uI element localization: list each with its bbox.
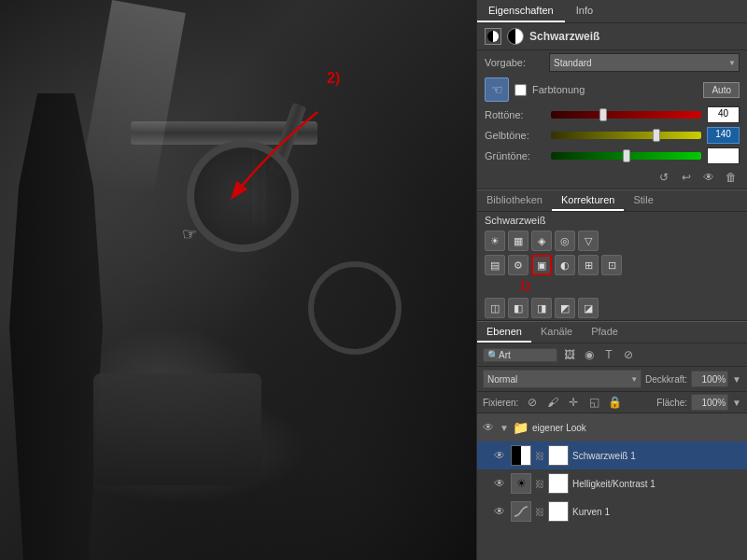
- vorgabe-label: Vorgabe:: [485, 57, 545, 68]
- corr-btn-vibrance[interactable]: ▽: [578, 231, 599, 251]
- layer-mask-2: [548, 473, 569, 494]
- canvas-image: ☞ 2): [0, 0, 476, 560]
- corrections-row-2: ▤ ⚙ ▣ 1) ◐ ⊞ ⊡: [477, 253, 747, 277]
- collapse-arrow[interactable]: ▼: [500, 423, 509, 433]
- layer-icon-1[interactable]: 🖼: [561, 346, 578, 363]
- flaeche-input[interactable]: [691, 394, 728, 411]
- layer-list: 👁 ▼ 📁 eigener Look 👁 ⛓ Schwarzweiß 1 👁 ☀…: [477, 413, 747, 560]
- layer-link-3: ⛓: [535, 507, 544, 517]
- rottoene-slider[interactable]: [551, 111, 701, 119]
- lock-artboard-icon[interactable]: ◱: [585, 394, 602, 411]
- lock-position-icon[interactable]: ✛: [565, 394, 582, 411]
- gelbtoene-value[interactable]: 140: [707, 127, 740, 144]
- gruentoene-thumb[interactable]: [623, 149, 630, 162]
- farbtonung-row: ☜ Farbtonung Auto: [477, 75, 747, 105]
- tab-pfade[interactable]: Pfade: [582, 322, 627, 343]
- bw-btn-icon: ▣: [537, 259, 546, 272]
- farbtonung-checkbox[interactable]: [514, 84, 527, 96]
- search-input[interactable]: [499, 350, 545, 360]
- gelbtoene-row: Gelbtöne: 140: [477, 125, 747, 146]
- corrections-row-1: ☀ ▦ ◈ ◎ ▽: [477, 229, 747, 253]
- opacity-arrow: ▼: [732, 374, 741, 385]
- corr-btn-solidcolor[interactable]: ◪: [578, 298, 599, 318]
- visibility-icon[interactable]: 👁: [700, 169, 717, 186]
- corr-btn-bw[interactable]: ▣ 1): [531, 255, 552, 275]
- top-tabs: Eigenschaften Info: [477, 0, 747, 23]
- layer-thumb-bw: [511, 445, 531, 466]
- eye-icon-layer3[interactable]: 👁: [492, 504, 507, 519]
- layer-icon-3[interactable]: T: [600, 346, 617, 363]
- blend-opacity-row: Normal ▼ Deckkraft: ▼: [477, 367, 747, 392]
- folder-icon: 📁: [513, 420, 529, 435]
- tab-bibliotheken[interactable]: Bibliotheken: [477, 190, 552, 211]
- layer-link-2: ⛓: [535, 479, 544, 489]
- blend-select-wrapper: Normal ▼: [483, 370, 641, 388]
- gruentoene-slider[interactable]: [551, 152, 701, 160]
- corr-btn-threshold[interactable]: ◫: [485, 298, 505, 318]
- lock-row: Fixieren: ⊘ 🖌 ✛ ◱ 🔒 Fläche: ▼: [477, 392, 747, 413]
- corr-btn-invert[interactable]: ◩: [555, 298, 575, 318]
- tab-stile[interactable]: Stile: [624, 190, 662, 211]
- annotation-label-1: 1): [519, 278, 530, 292]
- layer-icon-2[interactable]: ◉: [581, 346, 598, 363]
- layer-schwarzweiss-1[interactable]: 👁 ⛓ Schwarzweiß 1: [477, 441, 747, 469]
- gelbtoene-thumb[interactable]: [653, 129, 660, 142]
- tab-ebenen[interactable]: Ebenen: [477, 322, 531, 343]
- blend-mode-select[interactable]: Normal: [483, 370, 641, 388]
- bw-icon: [507, 28, 524, 45]
- tab-korrekturen[interactable]: Korrekturen: [552, 190, 624, 211]
- auto-button[interactable]: Auto: [703, 82, 740, 98]
- eye-icon-layer2[interactable]: 👁: [492, 476, 507, 491]
- curve-icon-layer3: [511, 501, 531, 522]
- corr-btn-colorbal[interactable]: ⚙: [508, 255, 529, 275]
- corr-btn-posterize[interactable]: ⊡: [601, 255, 622, 275]
- search-icon: 🔍: [487, 350, 499, 360]
- corr-btn-curves[interactable]: ◈: [531, 231, 552, 251]
- wheel: [308, 261, 402, 355]
- corrections-row-3: ◫ ◧ ◨ ◩ ◪: [477, 296, 747, 320]
- gelbtoene-slider[interactable]: [551, 132, 701, 139]
- vorgabe-select[interactable]: Standard: [549, 53, 740, 72]
- flaeche-arrow: ▼: [732, 398, 741, 408]
- eye-icon-layer1[interactable]: 👁: [492, 448, 507, 463]
- layer-group-eigener-look[interactable]: 👁 ▼ 📁 eigener Look: [477, 413, 747, 441]
- properties-panel: Schwarzweiß Vorgabe: Standard ▼ ☜ Farbto…: [477, 23, 747, 189]
- corr-btn-photofilter[interactable]: ◐: [555, 255, 575, 275]
- corr-btn-gradient[interactable]: ◧: [508, 298, 529, 318]
- corr-btn-exposure[interactable]: ◎: [555, 231, 575, 251]
- rottoene-thumb[interactable]: [599, 108, 607, 121]
- revert-icon[interactable]: ↩: [678, 169, 695, 186]
- gruentoene-value[interactable]: [707, 147, 740, 164]
- corr-btn-brightness[interactable]: ☀: [485, 231, 505, 251]
- opacity-label: Deckkraft:: [645, 374, 687, 385]
- layer-icon-4[interactable]: ⊘: [620, 346, 637, 363]
- spacer: [601, 231, 740, 251]
- ebenen-tabs: Ebenen Kanäle Pfade: [477, 321, 747, 343]
- hand-tool-btn[interactable]: ☜: [485, 77, 509, 102]
- corr-btn-channelmix[interactable]: ⊞: [578, 255, 599, 275]
- corr-btn-hsl[interactable]: ▤: [485, 255, 505, 275]
- lock-paint-icon[interactable]: 🖌: [544, 394, 561, 411]
- rottoene-value[interactable]: 40: [707, 106, 740, 123]
- annotation-label-2: 2): [327, 70, 340, 87]
- layer-kurven[interactable]: 👁 ⛓ Kurven 1: [477, 497, 747, 525]
- delete-icon[interactable]: 🗑: [723, 169, 740, 186]
- eye-icon-group[interactable]: 👁: [481, 420, 496, 435]
- lock-transparent-icon[interactable]: ⊘: [524, 394, 541, 411]
- tab-kanaele[interactable]: Kanäle: [531, 322, 582, 343]
- figure-silhouette: [9, 93, 103, 560]
- lock-all-icon[interactable]: 🔒: [606, 394, 623, 411]
- lock-icons: ⊘ 🖌 ✛ ◱ 🔒: [524, 394, 623, 411]
- ebenen-toolbar: 🔍 🖼 ◉ T ⊘: [477, 343, 747, 367]
- gelbtoene-label: Gelbtöne:: [485, 130, 545, 141]
- corrections-panel: Schwarzweiß ☀ ▦ ◈ ◎ ▽ ▤ ⚙ ▣ 1) ◐ ⊞ ⊡: [477, 212, 747, 321]
- tab-info[interactable]: Info: [565, 0, 604, 22]
- search-box: 🔍: [483, 348, 557, 362]
- corr-btn-levels[interactable]: ▦: [508, 231, 529, 251]
- layer-helligkeit-kontrast[interactable]: 👁 ☀ ⛓ Helligkeit/Kontrast 1: [477, 469, 747, 497]
- tab-eigenschaften[interactable]: Eigenschaften: [477, 0, 565, 22]
- corr-btn-selectcolor[interactable]: ◨: [531, 298, 552, 318]
- reset-icon[interactable]: ↺: [655, 169, 672, 186]
- opacity-input[interactable]: [691, 371, 728, 387]
- corrections-title: Schwarzweiß: [477, 212, 747, 229]
